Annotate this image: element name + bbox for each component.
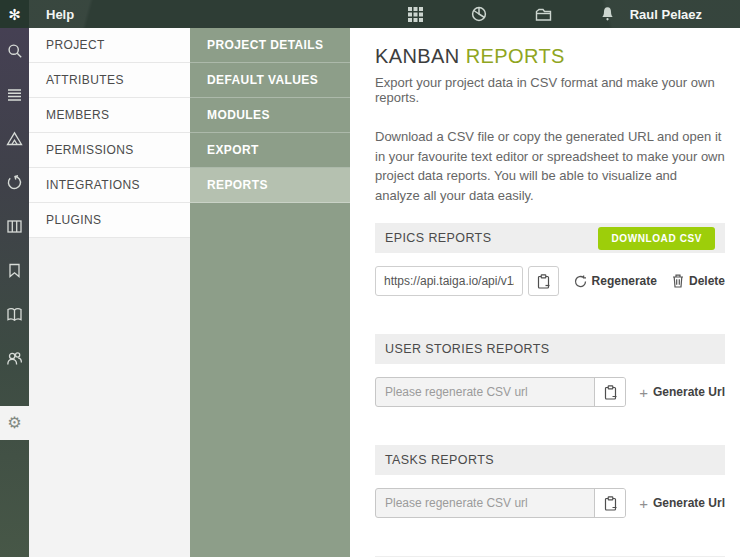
- menu-item-label: PLUGINS: [46, 213, 101, 227]
- submenu-item-label: EXPORT: [207, 143, 259, 157]
- settings-gear-icon: ⚙: [7, 415, 21, 431]
- user-avatar[interactable]: [712, 0, 740, 28]
- top-navigation-bar: ✻ Help: [0, 0, 740, 28]
- tasks-section-title: TASKS REPORTS: [385, 453, 494, 467]
- menu-item-project[interactable]: PROJECT: [29, 28, 190, 63]
- submenu-item-label: PROJECT DETAILS: [207, 38, 323, 52]
- settings-active-item[interactable]: ⚙: [0, 406, 29, 440]
- user-stories-generate-url-link[interactable]: + Generate Url: [639, 385, 725, 400]
- user-stories-csv-row: + Generate Url: [375, 377, 725, 407]
- plus-icon: +: [639, 385, 648, 400]
- user-name[interactable]: Raul Pelaez: [630, 7, 702, 22]
- page-title-prefix: KANBAN: [375, 45, 460, 67]
- regenerate-label: Regenerate: [592, 274, 657, 288]
- epics-section-title: EPICS REPORTS: [385, 231, 491, 245]
- admin-menu: PROJECT ATTRIBUTES MEMBERS PERMISSIONS I…: [29, 28, 190, 557]
- generate-url-label: Generate Url: [653, 496, 725, 510]
- submenu-item-modules[interactable]: MODULES: [190, 98, 350, 133]
- tasks-reports-section: TASKS REPORTS +: [375, 445, 725, 518]
- projects-grid-icon[interactable]: [406, 5, 424, 23]
- clipboard-icon: [604, 496, 617, 511]
- regenerate-link[interactable]: Regenerate: [574, 274, 657, 288]
- submenu-item-label: REPORTS: [207, 178, 268, 192]
- user-stories-csv-url-input[interactable]: [376, 378, 594, 406]
- epics-csv-row: Regenerate Delete: [375, 266, 725, 296]
- epics-reports-section: EPICS REPORTS DOWNLOAD CSV: [375, 223, 725, 296]
- user-stories-section-title: USER STORIES REPORTS: [385, 342, 550, 356]
- menu-item-label: ATTRIBUTES: [46, 73, 124, 87]
- discover-globe-icon[interactable]: [470, 5, 488, 23]
- trash-icon: [672, 274, 684, 288]
- user-stories-section-header: USER STORIES REPORTS: [375, 334, 725, 364]
- notifications-bell-icon[interactable]: [598, 5, 616, 23]
- menu-item-label: MEMBERS: [46, 108, 109, 122]
- epics-copy-url-button[interactable]: [528, 266, 559, 296]
- help-link[interactable]: Help: [46, 7, 74, 22]
- user-stories-url-field: [375, 377, 626, 407]
- topbar-icon-group: [406, 5, 616, 23]
- submenu-item-label: MODULES: [207, 108, 270, 122]
- user-stories-copy-url-button[interactable]: [594, 378, 625, 406]
- menu-item-plugins[interactable]: PLUGINS: [29, 203, 190, 238]
- team-icon[interactable]: [0, 350, 29, 367]
- delete-label: Delete: [689, 274, 725, 288]
- submenu-item-export[interactable]: EXPORT: [190, 133, 350, 168]
- page-title-accent: REPORTS: [466, 45, 565, 67]
- tasks-generate-url-link[interactable]: + Generate Url: [639, 496, 725, 511]
- submenu-item-project-details[interactable]: PROJECT DETAILS: [190, 28, 350, 63]
- app-body: ⚙ PROJECT ATTRIBUTES MEMBERS PERMISSIONS…: [0, 28, 740, 557]
- epics-section-header: EPICS REPORTS DOWNLOAD CSV: [375, 223, 725, 253]
- page-description: Download a CSV file or copy the generate…: [375, 127, 725, 205]
- refresh-icon: [574, 275, 587, 288]
- main-sidebar-rail: ⚙: [0, 28, 29, 557]
- tasks-csv-url-input[interactable]: [376, 489, 594, 517]
- menu-item-label: INTEGRATIONS: [46, 178, 140, 192]
- tasks-csv-row: + Generate Url: [375, 488, 725, 518]
- clipboard-icon: [604, 385, 617, 400]
- generate-url-label: Generate Url: [653, 385, 725, 399]
- search-icon[interactable]: [0, 42, 29, 59]
- tasks-copy-url-button[interactable]: [594, 489, 625, 517]
- menu-item-members[interactable]: MEMBERS: [29, 98, 190, 133]
- mountain-icon[interactable]: [0, 130, 29, 147]
- submenu-item-reports[interactable]: REPORTS: [190, 168, 350, 203]
- submenu-item-label: DEFAULT VALUES: [207, 73, 318, 87]
- submenu-item-default-values[interactable]: DEFAULT VALUES: [190, 63, 350, 98]
- download-csv-button[interactable]: DOWNLOAD CSV: [598, 227, 715, 250]
- bookmark-icon[interactable]: [0, 262, 29, 279]
- epics-csv-url-input[interactable]: [375, 266, 523, 296]
- admin-submenu: PROJECT DETAILS DEFAULT VALUES MODULES E…: [190, 28, 350, 557]
- tasks-section-header: TASKS REPORTS: [375, 445, 725, 475]
- taiga-logo[interactable]: ✻: [0, 0, 29, 28]
- tasks-url-field: [375, 488, 626, 518]
- menu-item-label: PERMISSIONS: [46, 143, 134, 157]
- projects-folder-icon[interactable]: [534, 5, 552, 23]
- topbar-user-area: Raul Pelaez: [630, 0, 740, 28]
- kanban-columns-icon[interactable]: [0, 218, 29, 235]
- menu-item-attributes[interactable]: ATTRIBUTES: [29, 63, 190, 98]
- plus-icon: +: [639, 496, 648, 511]
- menu-item-label: PROJECT: [46, 38, 105, 52]
- page-title: KANBAN REPORTS: [375, 45, 725, 68]
- delete-link[interactable]: Delete: [672, 274, 725, 288]
- user-stories-reports-section: USER STORIES REPORTS: [375, 334, 725, 407]
- taiga-logo-icon: ✻: [8, 7, 21, 22]
- backlog-list-icon[interactable]: [0, 86, 29, 103]
- menu-item-permissions[interactable]: PERMISSIONS: [29, 133, 190, 168]
- page-subtitle: Export your project data in CSV format a…: [375, 75, 725, 105]
- menu-item-integrations[interactable]: INTEGRATIONS: [29, 168, 190, 203]
- sprint-arrow-icon[interactable]: [0, 174, 29, 191]
- wiki-book-icon[interactable]: [0, 306, 29, 323]
- reports-main-panel: KANBAN REPORTS Export your project data …: [350, 28, 740, 557]
- clipboard-icon: [537, 274, 550, 289]
- taiga-app-window: ✻ Help: [0, 0, 740, 557]
